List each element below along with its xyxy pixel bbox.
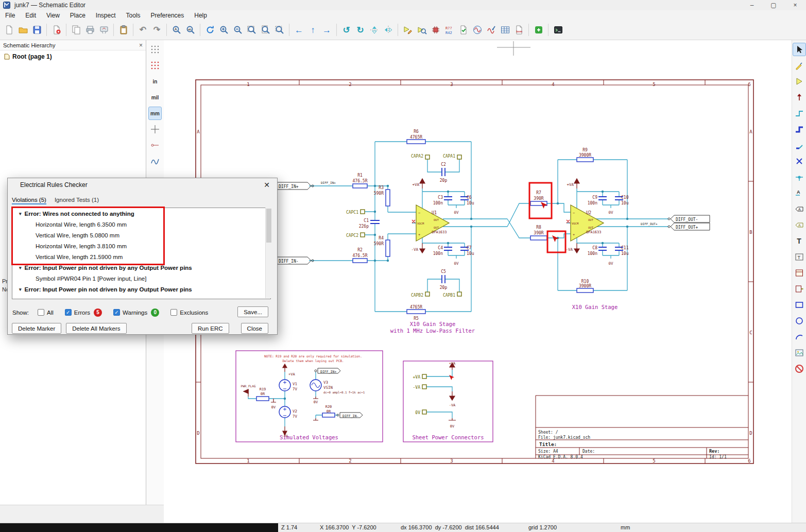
filter-all-checkbox[interactable] <box>38 309 44 316</box>
refresh-icon[interactable] <box>203 23 217 37</box>
find-replace-icon[interactable]: ab <box>183 23 197 37</box>
net-table-icon[interactable] <box>498 23 512 37</box>
chevron-down-icon[interactable]: ▾ <box>19 287 22 292</box>
no-connect-tool-icon[interactable] <box>793 155 806 168</box>
close-icon[interactable]: ✕ <box>261 181 273 189</box>
run-erc-button[interactable]: Run ERC <box>192 323 229 334</box>
erc-marker-icon[interactable] <box>449 202 559 380</box>
filter-errors-checkbox[interactable]: ✓ <box>65 309 72 316</box>
zoom-in-icon[interactable] <box>217 23 231 37</box>
maximize-button[interactable]: ▢ <box>763 0 784 10</box>
filter-warnings-checkbox[interactable]: ✓ <box>113 309 120 316</box>
print-icon[interactable] <box>83 23 97 37</box>
save-icon[interactable] <box>30 23 44 37</box>
grid-visibility-icon[interactable] <box>148 43 162 56</box>
draw-rectangle-tool-icon[interactable] <box>793 298 806 312</box>
text-tool-icon[interactable]: T <box>793 234 806 248</box>
simulator-icon[interactable] <box>470 23 484 37</box>
close-icon[interactable]: × <box>139 42 143 49</box>
scrollbar-thumb[interactable] <box>266 209 271 243</box>
highlight-net-tool-icon[interactable] <box>793 59 806 72</box>
junction-tool-icon[interactable] <box>793 170 806 184</box>
draw-arc-tool-icon[interactable] <box>793 330 806 344</box>
hierarchical-label-tool-icon[interactable]: A <box>793 218 806 232</box>
plugin-icon[interactable] <box>531 23 545 37</box>
erc-violation-group[interactable]: ▾Error: Input Power pin not driven by an… <box>12 284 270 295</box>
unit-in-icon[interactable]: in <box>148 75 162 88</box>
save-button[interactable]: Save... <box>237 306 268 317</box>
symbol-editor-icon[interactable] <box>401 23 415 37</box>
draw-sheet-tool-icon[interactable] <box>793 266 806 280</box>
close-button[interactable]: × <box>784 0 806 10</box>
symbol-browser-icon[interactable] <box>415 23 428 37</box>
wire-bus-entry-tool-icon[interactable] <box>793 139 806 152</box>
erc-list-scrollbar[interactable] <box>265 208 272 298</box>
erc-violations-list[interactable]: ▾Error: Wires not connected to anythingH… <box>12 208 271 299</box>
global-label-tool-icon[interactable]: A <box>793 202 806 216</box>
page-settings-icon[interactable] <box>69 23 83 37</box>
schematic-setup-icon[interactable] <box>49 23 63 37</box>
open-project-icon[interactable] <box>16 23 30 37</box>
tab-ignored-tests[interactable]: Ignored Tests (1) <box>55 197 99 204</box>
annotate-icon[interactable]: R??R42 <box>442 23 456 37</box>
erc-violation-item[interactable]: Horizontal Wire, length 6.3500 mm <box>12 219 270 230</box>
text-box-tool-icon[interactable]: T <box>793 250 806 264</box>
select-tool-icon[interactable] <box>793 43 806 56</box>
scripting-console-icon[interactable] <box>551 23 565 37</box>
plot-icon[interactable] <box>97 23 111 37</box>
zoom-fit-icon[interactable] <box>245 23 259 37</box>
unit-mm-icon[interactable]: mm <box>148 107 162 120</box>
erc-violation-group[interactable]: ▾Error: Wires not connected to anything <box>12 208 270 219</box>
chevron-down-icon[interactable]: ▾ <box>19 211 22 216</box>
tab-violations[interactable]: Violations (5) <box>12 197 46 204</box>
menu-place[interactable]: Place <box>65 11 91 20</box>
chevron-down-icon[interactable]: ▾ <box>19 265 22 270</box>
zoom-selection-icon[interactable] <box>272 23 286 37</box>
draw-bus-tool-icon[interactable] <box>793 123 806 136</box>
draw-circle-tool-icon[interactable] <box>793 314 806 328</box>
delete-marker-button[interactable]: Delete Marker <box>12 323 61 334</box>
nav-forward-icon[interactable]: → <box>320 23 334 37</box>
hidden-pins-icon[interactable] <box>148 139 162 152</box>
mirror-v-icon[interactable] <box>367 23 381 37</box>
new-file-icon[interactable] <box>2 23 16 37</box>
erc-violation-group[interactable]: ▾Error: Input Power pin not driven by an… <box>12 262 270 273</box>
sheet-pin-tool-icon[interactable] <box>793 282 806 296</box>
minimize-button[interactable]: – <box>741 0 763 10</box>
filter-exclusions-checkbox[interactable] <box>170 309 177 316</box>
delete-tool-icon[interactable] <box>793 362 806 375</box>
find-icon[interactable]: A <box>169 23 183 37</box>
menu-tools[interactable]: Tools <box>121 11 146 20</box>
nav-back-icon[interactable]: ← <box>292 23 306 37</box>
nav-up-icon[interactable]: ↑ <box>306 23 320 37</box>
rotate-cw-icon[interactable]: ↻ <box>353 23 367 37</box>
zoom-page-icon[interactable] <box>259 23 272 37</box>
erc-dialog-titlebar[interactable]: Electrical Rules Checker ✕ <box>8 178 277 192</box>
delete-all-markers-button[interactable]: Delete All Markers <box>66 323 126 334</box>
menu-edit[interactable]: Edit <box>20 11 41 20</box>
redo-icon[interactable]: ↷ <box>150 23 164 37</box>
menu-help[interactable]: Help <box>189 11 212 20</box>
place-symbol-tool-icon[interactable] <box>793 75 806 88</box>
bom-icon[interactable]: bom <box>512 23 526 37</box>
place-power-tool-icon[interactable] <box>793 91 806 104</box>
erc-violation-item[interactable]: Vertical Wire, length 5.0800 mm <box>12 230 270 241</box>
menu-inspect[interactable]: Inspect <box>91 11 121 20</box>
place-image-tool-icon[interactable] <box>793 346 806 359</box>
erc-icon[interactable] <box>456 23 470 37</box>
mirror-h-icon[interactable] <box>381 23 395 37</box>
erc-violation-item[interactable]: Horizontal Wire, length 3.8100 mm <box>12 241 270 251</box>
sim-probe-icon[interactable] <box>484 23 498 37</box>
unit-mil-icon[interactable]: mil <box>148 91 162 104</box>
paste-icon[interactable] <box>116 23 130 37</box>
grid-override-icon[interactable] <box>148 59 162 72</box>
rotate-ccw-icon[interactable]: ↺ <box>339 23 353 37</box>
crosshair-cursor-icon[interactable] <box>148 123 162 136</box>
undo-icon[interactable]: ↶ <box>136 23 150 37</box>
assign-footprints-icon[interactable] <box>428 23 442 37</box>
menu-file[interactable]: File <box>0 11 20 20</box>
net-label-tool-icon[interactable]: A <box>793 186 806 200</box>
draw-wire-tool-icon[interactable] <box>793 107 806 120</box>
zoom-out-icon[interactable] <box>231 23 245 37</box>
operating-points-icon[interactable] <box>148 155 162 168</box>
